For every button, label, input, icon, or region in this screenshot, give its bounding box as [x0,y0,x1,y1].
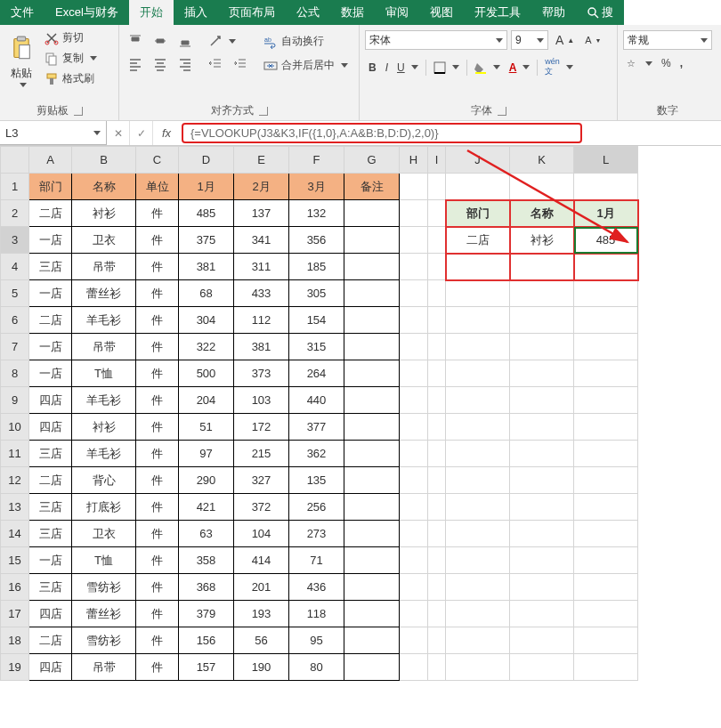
data-cell[interactable]: 件 [136,601,179,627]
data-cell[interactable]: 四店 [29,601,72,627]
cell[interactable] [428,467,446,494]
menubar-item[interactable]: 插入 [174,0,218,25]
number-format-select[interactable]: 常规 [623,30,712,50]
col-header[interactable]: E [234,147,289,174]
data-cell[interactable] [344,387,400,414]
data-cell[interactable]: 322 [179,334,234,360]
cell[interactable] [446,654,510,681]
data-cell[interactable] [344,200,400,227]
data-cell[interactable] [344,307,400,334]
cell[interactable] [428,441,446,467]
data-cell[interactable]: 一店 [29,360,72,387]
cell[interactable] [574,334,638,360]
data-cell[interactable] [344,334,400,360]
formula-bar[interactable]: {=VLOOKUP(J3&K3,IF({1,0},A:A&B:B,D:D),2,… [182,123,582,143]
menubar-item[interactable]: 文件 [0,0,45,25]
fx-icon[interactable]: fx [153,126,180,140]
lookup-cell[interactable]: 二店 [446,227,510,254]
cell[interactable] [446,360,510,387]
cell[interactable] [400,654,428,681]
data-cell[interactable]: 件 [136,547,179,574]
data-cell[interactable]: 112 [234,307,289,334]
cell[interactable] [428,334,446,360]
data-cell[interactable]: 背心 [72,467,136,494]
data-cell[interactable]: 羊毛衫 [72,441,136,467]
cell[interactable] [428,601,446,627]
data-header-cell[interactable]: 名称 [72,174,136,200]
row-header[interactable]: 2 [1,200,29,227]
data-cell[interactable]: 件 [136,521,179,547]
cell[interactable] [400,174,428,200]
data-cell[interactable]: 80 [289,654,344,681]
data-cell[interactable]: 件 [136,280,179,307]
data-header-cell[interactable]: 3月 [289,174,344,200]
lookup-header-cell[interactable]: 名称 [510,200,574,227]
data-cell[interactable]: 358 [179,547,234,574]
row-header[interactable]: 7 [1,334,29,360]
cell[interactable] [574,441,638,467]
data-cell[interactable]: 421 [179,494,234,521]
align-right-button[interactable] [174,55,196,73]
data-cell[interactable]: 215 [234,441,289,467]
cell[interactable] [400,414,428,441]
data-cell[interactable]: 四店 [29,654,72,681]
data-cell[interactable] [344,494,400,521]
data-cell[interactable]: 件 [136,307,179,334]
data-cell[interactable]: 一店 [29,547,72,574]
cell[interactable] [428,174,446,200]
cell[interactable] [574,467,638,494]
underline-button[interactable]: U [393,60,422,76]
data-header-cell[interactable]: 2月 [234,174,289,200]
bold-button[interactable]: B [365,60,380,76]
col-header[interactable]: C [136,147,179,174]
data-cell[interactable]: 368 [179,574,234,601]
data-cell[interactable]: 蕾丝衫 [72,280,136,307]
data-cell[interactable]: 件 [136,387,179,414]
data-cell[interactable]: 三店 [29,574,72,601]
data-cell[interactable]: 379 [179,601,234,627]
data-cell[interactable]: 315 [289,334,344,360]
cut-button[interactable]: 剪切 [41,28,101,47]
cell[interactable] [574,307,638,334]
data-cell[interactable]: 卫衣 [72,227,136,254]
data-cell[interactable]: 433 [234,280,289,307]
data-cell[interactable]: 蕾丝衫 [72,601,136,627]
col-header[interactable]: J [446,147,510,174]
cell[interactable] [574,574,638,601]
cell[interactable] [400,227,428,254]
data-cell[interactable]: 二店 [29,467,72,494]
row-header[interactable]: 6 [1,307,29,334]
data-cell[interactable]: 373 [234,360,289,387]
data-cell[interactable]: 381 [234,334,289,360]
cell[interactable] [510,627,574,654]
data-cell[interactable]: 衬衫 [72,414,136,441]
row-header[interactable]: 12 [1,467,29,494]
font-name-select[interactable]: 宋体 [365,30,507,50]
data-cell[interactable]: 132 [289,200,344,227]
dialog-launcher-icon[interactable] [259,107,268,116]
cell[interactable] [400,627,428,654]
orientation-button[interactable] [205,32,251,50]
data-header-cell[interactable]: 1月 [179,174,234,200]
data-cell[interactable]: 375 [179,227,234,254]
cell[interactable] [510,414,574,441]
data-cell[interactable]: 件 [136,414,179,441]
cell[interactable] [400,307,428,334]
data-cell[interactable] [344,227,400,254]
menubar-item[interactable]: 页面布局 [218,0,286,25]
data-cell[interactable]: 103 [234,387,289,414]
data-cell[interactable]: 二店 [29,200,72,227]
border-button[interactable] [430,60,463,76]
cell[interactable] [510,441,574,467]
data-cell[interactable]: 377 [289,414,344,441]
cell[interactable] [574,387,638,414]
data-cell[interactable]: 71 [289,547,344,574]
cell[interactable] [446,414,510,441]
menubar-item[interactable]: 数据 [330,0,375,25]
data-cell[interactable]: 190 [234,654,289,681]
row-header[interactable]: 9 [1,387,29,414]
cell[interactable] [510,521,574,547]
data-cell[interactable]: 372 [234,494,289,521]
data-cell[interactable]: 311 [234,254,289,280]
col-header[interactable]: K [510,147,574,174]
